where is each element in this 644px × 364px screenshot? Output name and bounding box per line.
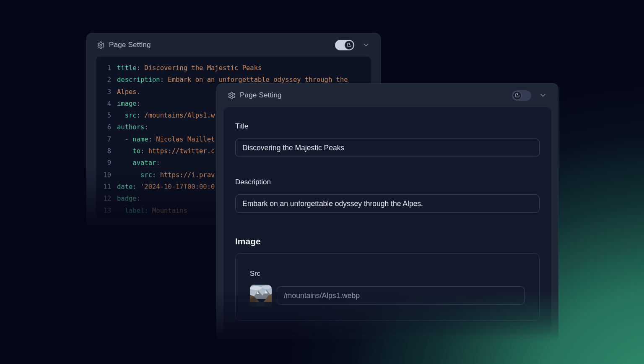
panel-header: Page Setting bbox=[217, 84, 558, 107]
panel-title: Page Setting bbox=[109, 41, 151, 49]
src-row bbox=[250, 285, 525, 306]
line-number: 4 bbox=[100, 98, 111, 110]
code-line: 1title: Discovering the Majestic Peaks bbox=[96, 62, 367, 74]
title-input[interactable] bbox=[235, 139, 540, 157]
title-field-label: Title bbox=[235, 122, 540, 131]
line-number: 10 bbox=[100, 169, 111, 181]
line-number: 5 bbox=[100, 110, 111, 121]
line-number: 9 bbox=[100, 157, 111, 169]
line-number: 12 bbox=[100, 193, 111, 204]
code-box-icon bbox=[515, 93, 520, 98]
image-src-input[interactable] bbox=[277, 286, 525, 305]
line-number: 1 bbox=[100, 62, 111, 74]
toggle-thumb bbox=[345, 41, 353, 50]
panel-header: Page Setting bbox=[87, 33, 380, 57]
description-input[interactable] bbox=[235, 194, 540, 213]
line-number: 13 bbox=[100, 205, 111, 217]
code-view-toggle[interactable] bbox=[335, 40, 354, 50]
page-setting-form: Title Description Image Src bbox=[223, 107, 551, 335]
gear-icon bbox=[97, 41, 105, 49]
line-number: 11 bbox=[100, 181, 111, 193]
src-field-label: Src bbox=[250, 270, 525, 278]
image-section-heading: Image bbox=[235, 236, 540, 246]
image-settings-card: Src bbox=[235, 253, 540, 321]
panel-title: Page Setting bbox=[240, 91, 282, 100]
code-box-icon bbox=[347, 42, 352, 47]
line-number: 7 bbox=[100, 134, 111, 145]
line-number: 6 bbox=[100, 121, 111, 133]
mountain-photo bbox=[250, 285, 272, 306]
toggle-thumb bbox=[513, 91, 522, 100]
description-field-label: Description bbox=[235, 178, 540, 186]
chevron-down-icon[interactable] bbox=[362, 41, 370, 49]
line-number: 8 bbox=[100, 145, 111, 157]
line-number: 3 bbox=[100, 86, 111, 98]
chevron-down-icon[interactable] bbox=[539, 91, 547, 100]
image-thumbnail[interactable] bbox=[250, 285, 272, 306]
code-view-toggle[interactable] bbox=[512, 90, 531, 101]
page-setting-panel-form: Page Setting Title Description Image Src bbox=[216, 83, 558, 342]
gear-icon bbox=[228, 92, 236, 100]
line-number: 2 bbox=[100, 74, 111, 86]
